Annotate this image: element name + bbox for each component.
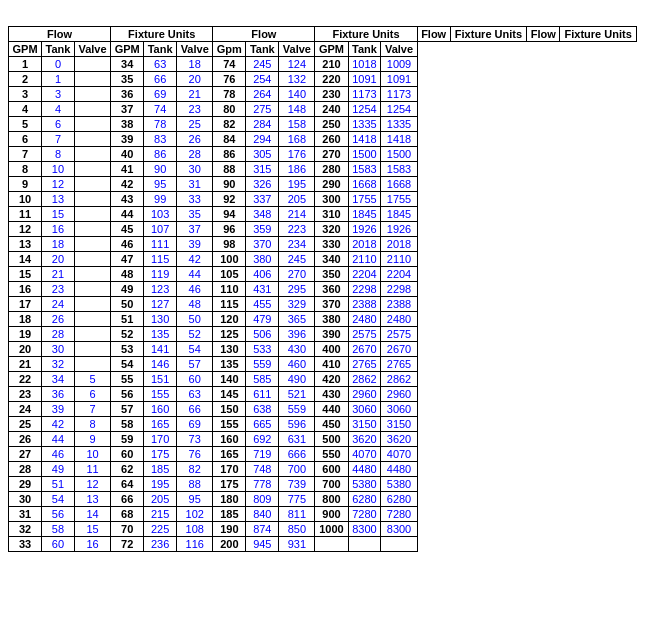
- table-cell: 160: [144, 402, 177, 417]
- table-cell: [74, 87, 110, 102]
- table-cell: 44: [42, 432, 75, 447]
- table-cell: 14: [74, 507, 110, 522]
- table-cell: 36: [42, 387, 75, 402]
- table-cell: 170: [144, 432, 177, 447]
- table-cell: 840: [246, 507, 279, 522]
- table-cell: 49: [111, 282, 144, 297]
- table-cell: 223: [279, 222, 315, 237]
- table-cell: 2960: [348, 387, 381, 402]
- table-row: 22345551516014058549042028622862: [9, 372, 637, 387]
- table-cell: 60: [42, 537, 75, 552]
- table-cell: 7280: [381, 507, 417, 522]
- section-fixture-1: Fixture Units: [111, 27, 213, 42]
- table-cell: 21: [9, 357, 42, 372]
- col-valve-4: Valve: [381, 42, 417, 57]
- table-cell: [74, 252, 110, 267]
- table-cell: 82: [213, 117, 246, 132]
- table-cell: 39: [111, 132, 144, 147]
- table-cell: 370: [315, 297, 348, 312]
- table-row: 2030531415413053343040026702670: [9, 342, 637, 357]
- table-cell: 326: [246, 177, 279, 192]
- table-cell: 95: [144, 177, 177, 192]
- table-cell: [74, 72, 110, 87]
- section-flow-1: Flow: [9, 27, 111, 42]
- table-row: 213566207625413222010911091: [9, 72, 637, 87]
- table-cell: 88: [177, 477, 213, 492]
- table-row: 1826511305012047936538024802480: [9, 312, 637, 327]
- table-cell: 1: [9, 57, 42, 72]
- table-cell: 236: [144, 537, 177, 552]
- table-cell: 585: [246, 372, 279, 387]
- table-cell: 51: [42, 477, 75, 492]
- table-row: 1623491234611043129536022982298: [9, 282, 637, 297]
- table-cell: 3620: [381, 432, 417, 447]
- table-cell: 13: [74, 492, 110, 507]
- table-cell: 16: [42, 222, 75, 237]
- section-fixture-2: Fixture Units: [315, 27, 417, 42]
- table-cell: 396: [279, 327, 315, 342]
- table-row: 2132541465713555946041027652765: [9, 357, 637, 372]
- table-cell: 115: [213, 297, 246, 312]
- table-cell: 151: [144, 372, 177, 387]
- table-cell: 2480: [348, 312, 381, 327]
- table-cell: 559: [279, 402, 315, 417]
- table-cell: 3150: [381, 417, 417, 432]
- table-row: 103463187424512421010181009: [9, 57, 637, 72]
- table-cell: 559: [246, 357, 279, 372]
- table-cell: 20: [9, 342, 42, 357]
- table-cell: 41: [111, 162, 144, 177]
- table-cell: 78: [213, 87, 246, 102]
- table-cell: 90: [213, 177, 246, 192]
- table-row: 295112641958817577873970053805380: [9, 477, 637, 492]
- table-cell: 1091: [381, 72, 417, 87]
- table-cell: 275: [246, 102, 279, 117]
- table-cell: 1926: [348, 222, 381, 237]
- table-cell: 185: [144, 462, 177, 477]
- table-cell: 4070: [348, 447, 381, 462]
- table-cell: 140: [213, 372, 246, 387]
- table-cell: 2388: [348, 297, 381, 312]
- table-cell: [74, 312, 110, 327]
- table-row: 9124295319032619529016681668: [9, 177, 637, 192]
- table-row: 10134399339233720530017551755: [9, 192, 637, 207]
- table-cell: 175: [144, 447, 177, 462]
- page-title: [8, 8, 637, 22]
- table-cell: 9: [9, 177, 42, 192]
- table-cell: 63: [177, 387, 213, 402]
- table-cell: 2204: [381, 267, 417, 282]
- table-cell: 92: [213, 192, 246, 207]
- table-cell: 3: [9, 87, 42, 102]
- table-cell: 15: [9, 267, 42, 282]
- table-cell: 596: [279, 417, 315, 432]
- table-cell: 10: [42, 162, 75, 177]
- table-cell: 26: [42, 312, 75, 327]
- table-cell: 88: [213, 162, 246, 177]
- table-cell: 155: [213, 417, 246, 432]
- table-cell: 348: [246, 207, 279, 222]
- table-cell: 1254: [348, 102, 381, 117]
- col-gpm-4: GPM: [315, 42, 348, 57]
- table-cell: 52: [111, 327, 144, 342]
- table-row: 443774238027514824012541254: [9, 102, 637, 117]
- table-cell: 748: [246, 462, 279, 477]
- table-row: 121645107379635922332019261926: [9, 222, 637, 237]
- table-cell: 290: [315, 177, 348, 192]
- table-cell: 28: [177, 147, 213, 162]
- table-cell: 2018: [381, 237, 417, 252]
- table-cell: 5380: [348, 477, 381, 492]
- conversion-table: Flow Fixture Units Flow Fixture Units Fl…: [8, 26, 637, 552]
- table-cell: 7: [74, 402, 110, 417]
- table-cell: 12: [74, 477, 110, 492]
- table-cell: 125: [213, 327, 246, 342]
- table-cell: [74, 102, 110, 117]
- header-row-sections: Flow Fixture Units Flow Fixture Units Fl…: [9, 27, 637, 42]
- table-cell: 294: [246, 132, 279, 147]
- table-row: 1724501274811545532937023882388: [9, 297, 637, 312]
- table-cell: 2670: [348, 342, 381, 357]
- table-cell: 25: [177, 117, 213, 132]
- table-cell: 155: [144, 387, 177, 402]
- table-row: 563878258228415825013351335: [9, 117, 637, 132]
- table-cell: 103: [144, 207, 177, 222]
- table-row: 131846111399837023433020182018: [9, 237, 637, 252]
- table-row: 24397571606615063855944030603060: [9, 402, 637, 417]
